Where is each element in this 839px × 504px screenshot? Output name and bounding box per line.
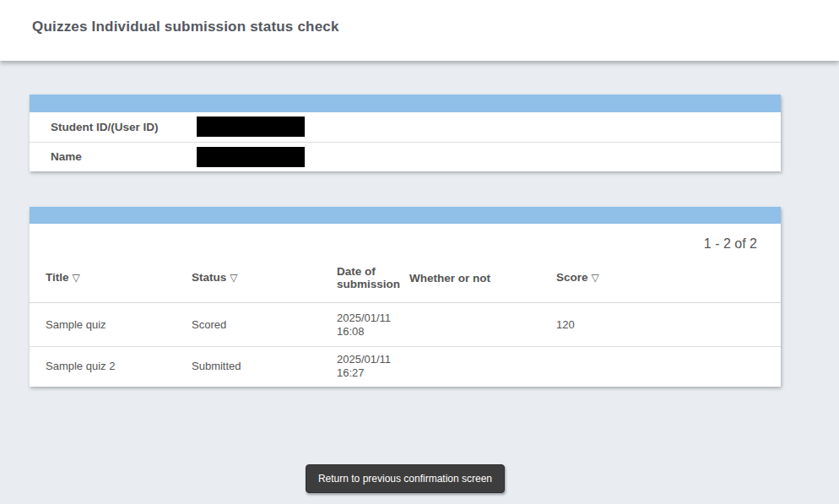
sort-icon-title[interactable]: ▽ [73, 272, 80, 284]
app-header: Quizzes Individual submission status che… [0, 0, 839, 61]
student-info-card: Student ID/(User ID) Name [30, 95, 781, 171]
sort-icon-score[interactable]: ▽ [592, 272, 599, 284]
cell-score: 120 [540, 303, 658, 347]
column-header-title[interactable]: Title▽ [30, 258, 176, 303]
page-title: Quizzes Individual submission status che… [0, 0, 839, 35]
column-header-date-of-submission: Date of submission [321, 258, 393, 303]
table-row: Sample quiz Scored 2025/01/11 16:08 120 [30, 303, 781, 347]
cell-status: Submitted [176, 347, 321, 387]
column-header-spacer [658, 258, 781, 303]
redacted-student-name-value [197, 147, 305, 167]
return-button[interactable]: Return to previous confirmation screen [306, 464, 505, 493]
column-header-whether-label: Whether or not [409, 272, 490, 285]
submissions-header-row: Title▽ Status▽ Date of submission Whethe… [30, 258, 781, 303]
column-header-score-label: Score [556, 271, 588, 284]
table-row: Sample quiz 2 Submitted 2025/01/11 16:27 [30, 347, 781, 387]
cell-title: Sample quiz 2 [30, 347, 176, 387]
submissions-accent-bar [30, 207, 781, 224]
student-id-value-cell [196, 112, 781, 142]
column-header-status-label: Status [192, 271, 226, 284]
cell-score [540, 347, 658, 387]
submissions-card: 1 - 2 of 2 Title▽ Status▽ Date of submis… [30, 207, 781, 387]
student-name-row: Name [30, 142, 781, 171]
main-content: Student ID/(User ID) Name 1 - 2 of 2 [30, 95, 781, 493]
cell-spacer [658, 347, 781, 387]
student-name-label: Name [30, 142, 196, 171]
cell-date-text: 2025/01/11 16:08 [337, 312, 393, 339]
cell-title: Sample quiz [30, 303, 176, 347]
sort-icon-status[interactable]: ▽ [230, 272, 237, 284]
student-info-table: Student ID/(User ID) Name [30, 112, 781, 171]
column-header-score[interactable]: Score▽ [540, 258, 658, 303]
cell-whether [393, 347, 540, 387]
column-header-whether-or-not: Whether or not [393, 258, 540, 303]
student-id-label: Student ID/(User ID) [30, 112, 196, 142]
submissions-table: Title▽ Status▽ Date of submission Whethe… [30, 258, 781, 387]
redacted-student-id-value [197, 117, 305, 137]
pagination-label: 1 - 2 of 2 [30, 224, 781, 258]
column-header-title-label: Title [46, 271, 69, 284]
cell-date: 2025/01/11 16:08 [321, 303, 393, 347]
student-id-row: Student ID/(User ID) [30, 112, 781, 142]
student-name-value-cell [196, 142, 781, 171]
column-header-date-label: Date of submission [337, 265, 400, 290]
footer-actions: Return to previous confirmation screen [30, 464, 781, 493]
cell-status: Scored [176, 303, 321, 347]
cell-whether [393, 303, 540, 347]
cell-spacer [658, 303, 781, 347]
cell-date-text: 2025/01/11 16:27 [337, 353, 393, 380]
column-header-status[interactable]: Status▽ [176, 258, 321, 303]
cell-date: 2025/01/11 16:27 [321, 347, 393, 387]
student-info-accent-bar [30, 95, 781, 112]
